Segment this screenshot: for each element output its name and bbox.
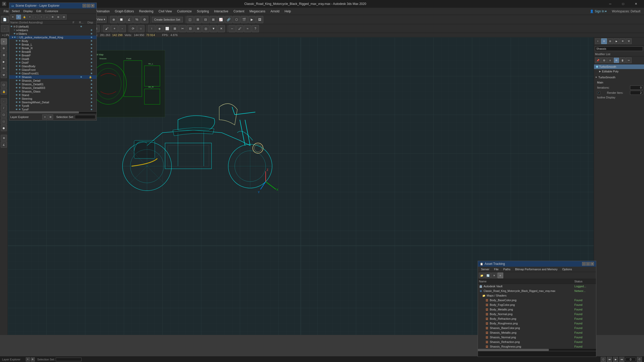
se-eye-bb[interactable]: 👁 [15,50,19,53]
se-expand-moto[interactable]: ▼ [11,36,14,39]
se-settings-btn[interactable]: ⚙ [50,14,55,20]
create-panel-btn[interactable]: + [1,38,7,45]
se-row-helpers[interactable]: 👁 ▶ Helpers ❄ [9,28,96,32]
extrude-btn[interactable]: ↑ [148,25,155,32]
se-close-btn[interactable]: ✕ [91,4,94,7]
at-menu-paths[interactable]: Paths [501,267,512,271]
configure-modifiers-btn[interactable]: ⚙ [601,57,607,63]
se-row-shassis-detail01[interactable]: 👁 👁 Shassis_Detail01 ❄ [9,82,96,86]
se-add-btn[interactable]: + [27,14,32,20]
se-eye2-str[interactable]: 👁 [19,97,22,100]
sub-obj-1-btn[interactable]: · [1,98,7,104]
se-eye2-df[interactable]: 👁 [19,61,22,64]
se-eye-shg[interactable]: 👁 [15,90,19,93]
se-eye2-icon-body[interactable]: 👁 [19,40,22,42]
se-eye2-shd003[interactable]: 👁 [19,87,22,89]
at-btn4[interactable]: ≡ [498,273,503,278]
se-delete-btn[interactable]: ✕ [10,14,15,20]
at-row-body-basecolor[interactable]: 🖼 Body_BaseColor.png Found [478,298,596,302]
at-row-shassis-basecolor[interactable]: 🖼 Shassis_BaseColor.png Found [478,326,596,330]
swift-loop-btn[interactable]: ↔ [229,25,236,32]
create-selection-set-button[interactable]: Create Selection Set [152,17,183,22]
help-btn[interactable]: ? [252,25,259,32]
se-menu-customize[interactable]: Customize [43,9,60,13]
se-row-break-l[interactable]: 👁 👁 Break_L ❄ [9,43,96,46]
se-eye-icon-sliders[interactable]: 👁 [13,32,17,35]
display-panel-icon[interactable]: 👁 [620,38,625,44]
at-scroll-thumb[interactable] [478,349,549,351]
se-eye-icon-helpers[interactable]: 👁 [13,29,17,31]
se-menu-edit[interactable]: Edit [35,9,43,13]
collapse-btn[interactable]: ▼ [210,25,217,32]
se-eye2-shd01[interactable]: 👁 [19,83,22,86]
snap-toggle-btn[interactable]: ⊕ [1,135,7,141]
percent-snap-btn[interactable]: % [133,16,141,23]
se-row-sliders[interactable]: 👁 ▶ Sliders ❄ [9,32,96,36]
scene-explorer-list[interactable]: 👁 ⊞ 0 (default) ❄ 👁 ▶ Helpers ❄ 👁 ▶ Slid… [9,25,96,111]
status-selection-set-input[interactable] [56,358,81,361]
modify-panel-btn[interactable]: ⚙ [1,45,7,51]
se-row-shassis-detail003[interactable]: 👁 👁 Shassis_Detail003 ❄ [9,86,96,90]
at-row-scene[interactable]: 🖥 Classic_Road_King_Motorcycle_Black_Rig… [478,289,596,293]
se-eye-br[interactable]: 👁 [15,47,19,49]
sub-obj-2-btn[interactable]: / [1,105,7,111]
se-eye-sh[interactable]: 👁 [15,76,19,78]
weld-btn[interactable]: ⊕ [194,25,202,32]
se-minimize-btn[interactable]: ─ [83,4,86,7]
snap-btn[interactable]: 🔲 [118,16,125,23]
se-eye2-gf01[interactable]: 👁 [19,72,22,75]
angle-snap-toggle-btn[interactable]: ∡ [1,141,7,148]
display-panel-btn[interactable]: 👁 [1,65,7,71]
at-menu-server[interactable]: Server [479,267,491,271]
se-row-tyreb[interactable]: 👁 👁 TyreB ❄ [9,104,96,108]
minimize-button[interactable]: ─ [604,0,616,8]
se-row-tyref[interactable]: 👁 👁 TyreF ❄ [9,108,96,111]
reference-coord-dropdown[interactable]: View ▾ [95,16,107,23]
se-eye2-gf[interactable]: 👁 [19,69,22,71]
menu-arnold[interactable]: Arnold [268,9,282,14]
se-expand-btn[interactable]: ⊞ [56,14,61,20]
mirror-button[interactable]: ◫ [186,16,194,23]
mod-options-btn[interactable]: ≡ [607,57,613,63]
timeline-frame-input[interactable] [625,358,636,361]
pivot-btn[interactable]: ⊕ [110,16,117,23]
se-eye-df[interactable]: 👁 [15,61,19,64]
se-row-diskb[interactable]: 👁 👁 DiskB ❄ [9,57,96,61]
at-row-body-refraction[interactable]: 🖼 Body_Refraction.png Found [478,316,596,321]
se-down-btn[interactable]: ↓ [44,14,50,20]
menu-help[interactable]: Help [282,9,294,14]
se-row-breakf[interactable]: 👁 👁 BreakF ❄ [9,54,96,57]
se-scroll-thumb[interactable] [9,112,79,113]
se-eye-bl[interactable]: 👁 [15,43,19,46]
se-row-steering[interactable]: 👁 👁 Steering ❄ [9,97,96,100]
se-minus-btn[interactable]: - [33,14,38,20]
se-eye-st[interactable]: 👁 [15,94,19,96]
at-btn3[interactable]: ✕ [491,273,497,278]
se-maximize-btn[interactable]: □ [87,4,90,7]
at-row-body-normal[interactable]: 🖼 Body_Normal.png Found [478,312,596,316]
se-bottom-btn2[interactable]: ⊞ [48,114,53,120]
se-menu-select[interactable]: Select [10,9,21,13]
se-menu-display[interactable]: Display [22,9,34,13]
window-controls[interactable]: ─ □ ✕ [604,0,642,8]
at-row-body-roughness[interactable]: 🖼 Body_Roughness.png Found [478,321,596,326]
render-setup-button[interactable]: 🎬 [241,16,248,23]
at-search-input[interactable] [479,352,595,356]
se-eye-str[interactable]: 👁 [15,97,19,100]
object-name-input[interactable]: Shassis [595,46,643,51]
utilities-panel-btn[interactable]: ⚒ [1,72,7,78]
se-eye-shd003[interactable]: 👁 [15,87,19,89]
cut-paste-btn[interactable]: ✂ [626,57,632,63]
se-eye-icon-body[interactable]: 👁 [15,40,19,42]
ring-btn[interactable]: ○ [137,25,144,32]
motion-panel-icon[interactable]: ▶ [614,38,619,44]
menu-civil-view[interactable]: Civil View [156,9,175,14]
se-row-body[interactable]: 👁 👁 Body ❄ [9,39,96,43]
se-eye2-sw[interactable]: 👁 [19,101,22,104]
modify-panel-icon[interactable]: ⚙ [601,38,607,44]
status-btn2[interactable]: ⊞ [31,357,35,361]
loop-btn[interactable]: ⟳ [129,25,137,32]
se-row-breakb[interactable]: 👁 👁 BreakB ❄ [9,50,96,54]
menu-customize[interactable]: Customize [175,9,194,14]
turbosmooth-modifier-item[interactable]: TurboSmooth [594,64,644,69]
